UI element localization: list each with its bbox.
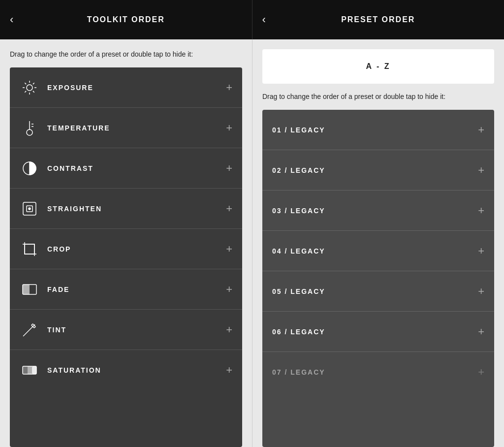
- preset-order-title: PRESET ORDER: [341, 15, 415, 24]
- preset-01-label: 01 / LEGACY: [272, 126, 478, 134]
- preset-item-07[interactable]: 07 / LEGACY +: [262, 352, 494, 392]
- preset-02-label: 02 / LEGACY: [272, 166, 478, 174]
- tool-item-saturation[interactable]: SATURATION +: [10, 350, 242, 390]
- temperature-drag-handle[interactable]: +: [226, 123, 232, 133]
- az-label: A - Z: [366, 62, 391, 71]
- contrast-label: CONTRAST: [47, 164, 226, 172]
- fade-label: FADE: [47, 286, 226, 293]
- exposure-drag-handle[interactable]: +: [226, 82, 232, 93]
- svg-line-7: [33, 83, 34, 84]
- toolkit-back-button[interactable]: ‹: [10, 13, 13, 26]
- svg-line-6: [33, 91, 34, 92]
- left-header: ‹ TOOLKIT ORDER: [0, 0, 252, 39]
- toolkit-order-title: TOOLKIT ORDER: [87, 15, 165, 24]
- tool-item-tint[interactable]: TINT +: [10, 310, 242, 350]
- main-content: Drag to change the order of a preset or …: [0, 39, 504, 447]
- svg-rect-25: [23, 366, 28, 374]
- crop-drag-handle[interactable]: +: [226, 244, 232, 255]
- crop-label: CROP: [47, 245, 226, 253]
- right-header: ‹ PRESET ORDER: [252, 0, 504, 39]
- az-box: A - Z: [262, 49, 494, 84]
- tool-item-exposure[interactable]: EXPOSURE +: [10, 67, 242, 108]
- straighten-label: STRAIGHTEN: [47, 205, 226, 213]
- preset-item-01[interactable]: 01 / LEGACY +: [262, 110, 494, 150]
- preset-panel: A - Z Drag to change the order of a pres…: [252, 39, 504, 447]
- svg-point-0: [27, 85, 32, 91]
- preset-list: 01 / LEGACY + 02 / LEGACY + 03 / LEGACY …: [262, 110, 494, 447]
- tint-icon: [20, 320, 39, 340]
- preset-item-02[interactable]: 02 / LEGACY +: [262, 150, 494, 191]
- preset-06-drag-handle[interactable]: +: [478, 326, 484, 337]
- saturation-icon: [20, 360, 39, 380]
- toolkit-panel: Drag to change the order of a preset or …: [0, 39, 252, 447]
- preset-hint: Drag to change the order of a preset or …: [262, 92, 494, 102]
- preset-01-drag-handle[interactable]: +: [478, 125, 484, 135]
- tool-list: EXPOSURE + TEMPERATURE +: [10, 67, 242, 447]
- tool-item-straighten[interactable]: STRAIGHTEN +: [10, 189, 242, 229]
- temperature-label: TEMPERATURE: [47, 124, 226, 132]
- preset-item-05[interactable]: 05 / LEGACY +: [262, 271, 494, 312]
- saturation-drag-handle[interactable]: +: [226, 365, 232, 376]
- header-bar: ‹ TOOLKIT ORDER ‹ PRESET ORDER: [0, 0, 504, 39]
- toolkit-hint: Drag to change the order of a preset or …: [10, 49, 242, 60]
- straighten-icon: [20, 199, 39, 219]
- svg-rect-17: [25, 244, 34, 254]
- tool-item-contrast[interactable]: CONTRAST +: [10, 148, 242, 189]
- svg-point-16: [29, 208, 31, 210]
- tint-drag-handle[interactable]: +: [226, 324, 232, 335]
- fade-icon: [20, 280, 39, 299]
- preset-02-drag-handle[interactable]: +: [478, 165, 484, 176]
- svg-rect-19: [23, 285, 30, 294]
- crop-icon: [20, 239, 39, 259]
- preset-05-label: 05 / LEGACY: [272, 287, 478, 295]
- exposure-label: EXPOSURE: [47, 84, 226, 92]
- tool-item-fade[interactable]: FADE +: [10, 269, 242, 310]
- preset-03-drag-handle[interactable]: +: [478, 205, 484, 216]
- contrast-icon: [20, 159, 39, 178]
- svg-rect-27: [32, 366, 36, 374]
- svg-rect-26: [28, 366, 32, 374]
- preset-05-drag-handle[interactable]: +: [478, 286, 484, 297]
- preset-04-label: 04 / LEGACY: [272, 247, 478, 255]
- tool-item-temperature[interactable]: TEMPERATURE +: [10, 108, 242, 148]
- tool-item-crop[interactable]: CROP +: [10, 229, 242, 269]
- tint-label: TINT: [47, 326, 226, 334]
- svg-line-8: [25, 91, 26, 92]
- preset-07-label: 07 / LEGACY: [272, 368, 478, 376]
- contrast-drag-handle[interactable]: +: [226, 163, 232, 174]
- svg-point-10: [27, 129, 32, 135]
- exposure-icon: [20, 78, 39, 97]
- preset-back-button[interactable]: ‹: [262, 13, 266, 26]
- preset-item-04[interactable]: 04 / LEGACY +: [262, 231, 494, 271]
- preset-item-03[interactable]: 03 / LEGACY +: [262, 191, 494, 231]
- preset-04-drag-handle[interactable]: +: [478, 246, 484, 256]
- preset-03-label: 03 / LEGACY: [272, 207, 478, 215]
- fade-drag-handle[interactable]: +: [226, 284, 232, 295]
- svg-line-5: [25, 83, 26, 84]
- saturation-label: SATURATION: [47, 366, 226, 374]
- preset-07-drag-handle[interactable]: +: [478, 367, 484, 378]
- preset-item-06[interactable]: 06 / LEGACY +: [262, 312, 494, 352]
- svg-line-20: [25, 326, 33, 335]
- svg-line-22: [23, 335, 25, 336]
- preset-06-label: 06 / LEGACY: [272, 328, 478, 336]
- straighten-drag-handle[interactable]: +: [226, 203, 232, 214]
- temperature-icon: [20, 118, 39, 138]
